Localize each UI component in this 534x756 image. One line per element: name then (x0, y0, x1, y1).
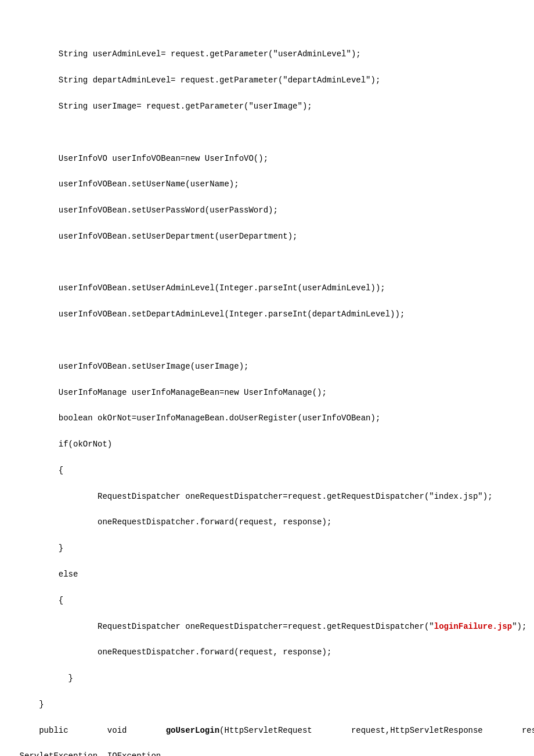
code-line-7: userInfoVOBean.setUserPassWord(userPassW… (0, 204, 534, 217)
method-name-goUserLogin: goUserLogin (166, 726, 219, 735)
code-line-16: if(okOrNot) (0, 438, 534, 451)
code-line-20: } (0, 542, 534, 555)
code-line-blank-3 (0, 334, 534, 347)
code-line-6: userInfoVOBean.setUserName(userName); (0, 178, 534, 190)
code-line-15: boolean okOrNot=userInfoManageBean.doUse… (0, 412, 534, 424)
code-line-28: ServletException, IOException (0, 750, 534, 756)
code-line-11: userInfoVOBean.setDepartAdminLevel(Integ… (0, 308, 534, 321)
code-line-19: oneRequestDispatcher.forward(request, re… (0, 516, 534, 528)
code-line-blank-2 (0, 256, 534, 269)
code-line-14: UserInfoManage userInfoManageBean=new Us… (0, 386, 534, 399)
code-line-3: String userImage= request.getParameter("… (0, 100, 534, 113)
code-line-23: RequestDispatcher oneRequestDispatcher=r… (0, 620, 534, 633)
code-line-18: RequestDispatcher oneRequestDispatcher=r… (0, 490, 534, 503)
code-line-13: userInfoVOBean.setUserImage(userImage); (0, 360, 534, 373)
code-line-2: String departAdminLevel= request.getPara… (0, 74, 534, 87)
highlight-loginFailure: loginFailure.jsp (434, 622, 512, 631)
code-line-27: public void goUserLogin(HttpServletReque… (0, 724, 534, 737)
code-viewer: String userAdminLevel= request.getParame… (0, 23, 534, 756)
code-line-blank-1 (0, 126, 534, 139)
code-line-8: userInfoVOBean.setUserDepartment(userDep… (0, 230, 534, 243)
code-line-17: { (0, 464, 534, 477)
code-line-1: String userAdminLevel= request.getParame… (0, 48, 534, 60)
code-line-22: { (0, 594, 534, 607)
code-line-21: else (0, 568, 534, 581)
code-line-24: oneRequestDispatcher.forward(request, re… (0, 646, 534, 658)
code-line-25: } (0, 672, 534, 685)
code-line-26: } (0, 698, 534, 711)
code-line-10: userInfoVOBean.setUserAdminLevel(Integer… (0, 282, 534, 294)
code-line-5: UserInfoVO userInfoVOBean=new UserInfoVO… (0, 152, 534, 165)
